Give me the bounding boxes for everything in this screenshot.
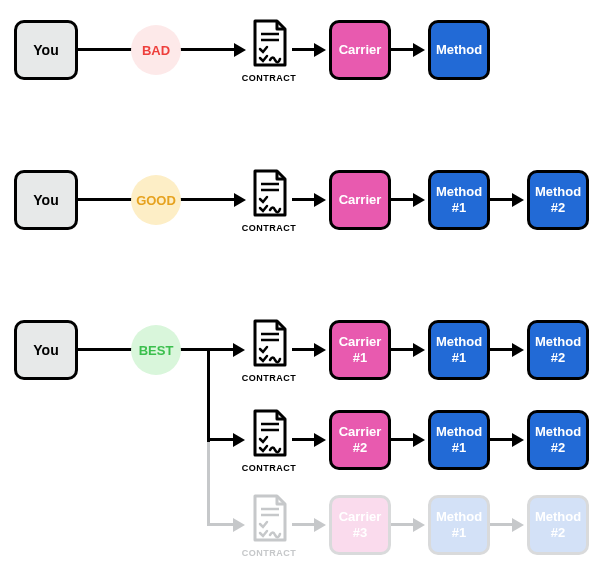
- you-box-good: You: [14, 170, 78, 230]
- you-box-bad: You: [14, 20, 78, 80]
- method-label: Method #2: [534, 424, 582, 455]
- connector-line: [207, 438, 235, 441]
- connector-line: [391, 348, 415, 351]
- method-label: Method #1: [435, 509, 483, 540]
- carrier-label: Carrier #2: [336, 424, 384, 455]
- method-box-faded: Method #2: [527, 495, 589, 555]
- method-label: Method #2: [534, 334, 582, 365]
- arrow-icon: [233, 433, 245, 447]
- arrow-icon: [314, 193, 326, 207]
- you-box-best: You: [14, 320, 78, 380]
- contract-label: CONTRACT: [239, 463, 299, 473]
- connector-line: [490, 198, 514, 201]
- connector-line: [292, 348, 316, 351]
- you-label: You: [33, 42, 58, 58]
- contract-label: CONTRACT: [239, 73, 299, 83]
- arrow-icon: [314, 43, 326, 57]
- method-box: Method #2: [527, 320, 589, 380]
- method-box: Method #2: [527, 170, 589, 230]
- you-label: You: [33, 192, 58, 208]
- contract-label: CONTRACT: [239, 223, 299, 233]
- connector-line: [391, 198, 415, 201]
- connector-line: [391, 48, 415, 51]
- connector-line: [490, 438, 514, 441]
- carrier-label: Carrier: [339, 42, 382, 58]
- connector-line: [292, 523, 316, 526]
- method-label: Method #1: [435, 184, 483, 215]
- method-box-faded: Method #1: [428, 495, 490, 555]
- arrow-icon: [512, 518, 524, 532]
- method-label: Method: [436, 42, 482, 58]
- connector-line: [391, 438, 415, 441]
- carrier-box-faded: Carrier #3: [329, 495, 391, 555]
- arrow-icon: [413, 43, 425, 57]
- carrier-box: Carrier #1: [329, 320, 391, 380]
- quality-badge-bad: BAD: [131, 25, 181, 75]
- connector-line: [292, 198, 316, 201]
- carrier-box: Carrier: [329, 170, 391, 230]
- connector-line: [391, 523, 415, 526]
- arrow-icon: [314, 343, 326, 357]
- arrow-icon: [413, 343, 425, 357]
- connector-line: [207, 523, 235, 526]
- contract-icon: [249, 409, 289, 459]
- badge-label: BEST: [139, 343, 174, 358]
- method-box: Method #1: [428, 320, 490, 380]
- arrow-icon: [314, 433, 326, 447]
- quality-badge-best: BEST: [131, 325, 181, 375]
- carrier-box: Carrier: [329, 20, 391, 80]
- arrow-icon: [413, 518, 425, 532]
- badge-label: BAD: [142, 43, 170, 58]
- contract-icon: [249, 19, 289, 69]
- contract-icon: [249, 494, 289, 544]
- arrow-icon: [314, 518, 326, 532]
- contract-icon: [249, 169, 289, 219]
- carrier-box: Carrier #2: [329, 410, 391, 470]
- arrow-icon: [234, 193, 246, 207]
- contract-label: CONTRACT: [239, 548, 299, 558]
- arrow-icon: [413, 193, 425, 207]
- method-label: Method #1: [435, 424, 483, 455]
- badge-label: GOOD: [136, 193, 176, 208]
- connector-line: [490, 523, 514, 526]
- carrier-label: Carrier: [339, 192, 382, 208]
- arrow-icon: [233, 518, 245, 532]
- contract-icon: [249, 319, 289, 369]
- contract-label: CONTRACT: [239, 373, 299, 383]
- connector-line: [207, 442, 210, 525]
- arrow-icon: [413, 433, 425, 447]
- method-label: Method #1: [435, 334, 483, 365]
- method-label: Method #2: [534, 184, 582, 215]
- quality-badge-good: GOOD: [131, 175, 181, 225]
- method-label: Method #2: [534, 509, 582, 540]
- connector-line: [292, 48, 316, 51]
- arrow-icon: [233, 343, 245, 357]
- connector-line: [207, 348, 210, 442]
- connector-line: [207, 348, 235, 351]
- arrow-icon: [512, 433, 524, 447]
- arrow-icon: [512, 343, 524, 357]
- carrier-label: Carrier #3: [336, 509, 384, 540]
- method-box: Method #1: [428, 410, 490, 470]
- arrow-icon: [512, 193, 524, 207]
- connector-line: [490, 348, 514, 351]
- carrier-label: Carrier #1: [336, 334, 384, 365]
- connector-line: [292, 438, 316, 441]
- method-box: Method #1: [428, 170, 490, 230]
- method-box: Method: [428, 20, 490, 80]
- arrow-icon: [234, 43, 246, 57]
- you-label: You: [33, 342, 58, 358]
- method-box: Method #2: [527, 410, 589, 470]
- diagram-canvas: You BAD CONTRACT Carrier Method You GOOD…: [0, 0, 600, 572]
